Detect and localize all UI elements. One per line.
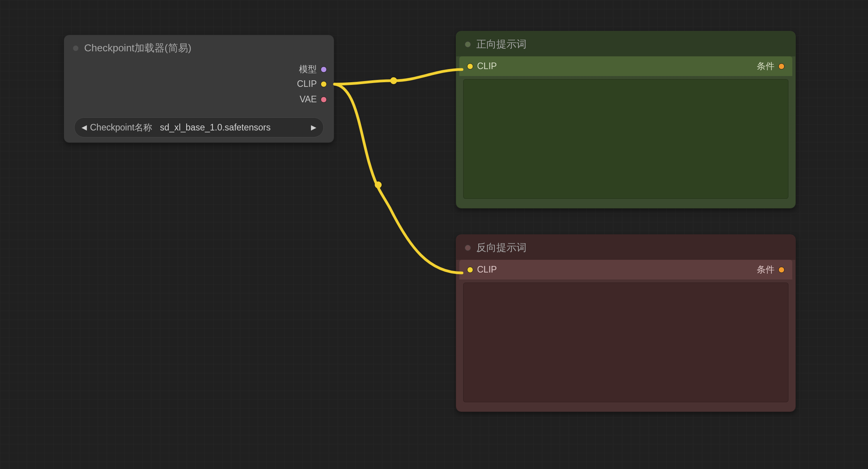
port-clip-icon[interactable] [467, 267, 473, 273]
port-model-icon[interactable] [321, 66, 327, 73]
output-conditioning-label: 条件 [757, 264, 775, 276]
wire-reroute-icon[interactable] [389, 76, 398, 85]
checkpoint-select-label: Checkpoint名称 [90, 122, 152, 134]
node-canvas[interactable]: Checkpoint加载器(简易) 模型 CLIP VAE ◀ Checkpoi… [0, 0, 868, 469]
output-conditioning-row[interactable]: 条件 [757, 264, 785, 276]
input-clip-row[interactable]: CLIP [467, 61, 497, 71]
node-checkpoint-loader[interactable]: Checkpoint加载器(简易) 模型 CLIP VAE ◀ Checkpoi… [64, 35, 334, 143]
port-clip-icon[interactable] [321, 81, 327, 87]
output-model-label: 模型 [299, 63, 317, 75]
io-row: CLIP 条件 [459, 260, 792, 279]
node-title: Checkpoint加载器(简易) [84, 41, 191, 55]
node-header[interactable]: 反向提示词 [456, 235, 795, 260]
output-clip-row[interactable]: CLIP [297, 79, 327, 89]
output-model-row[interactable]: 模型 [299, 63, 327, 75]
node-positive-prompt[interactable]: 正向提示词 CLIP 条件 [456, 31, 796, 208]
node-title: 正向提示词 [476, 37, 527, 51]
wire-reroute-icon[interactable] [374, 181, 382, 189]
node-negative-prompt[interactable]: 反向提示词 CLIP 条件 [456, 234, 796, 412]
output-vae-label: VAE [300, 94, 317, 105]
negative-prompt-input[interactable] [463, 283, 788, 402]
output-conditioning-row[interactable]: 条件 [757, 60, 785, 72]
port-clip-icon[interactable] [467, 63, 473, 69]
output-clip-label: CLIP [297, 79, 317, 89]
node-title: 反向提示词 [476, 241, 527, 254]
collapse-toggle-icon[interactable] [465, 245, 471, 251]
output-conditioning-label: 条件 [757, 60, 775, 72]
node-header[interactable]: 正向提示词 [456, 31, 795, 56]
chevron-left-icon[interactable]: ◀ [82, 123, 87, 132]
checkpoint-select-value: sd_xl_base_1.0.safetensors [160, 122, 311, 133]
port-conditioning-icon[interactable] [778, 63, 785, 69]
input-clip-label: CLIP [477, 264, 497, 275]
chevron-right-icon[interactable]: ▶ [311, 123, 316, 132]
port-vae-icon[interactable] [321, 97, 327, 103]
collapse-toggle-icon[interactable] [73, 45, 79, 51]
input-clip-label: CLIP [477, 61, 497, 71]
port-conditioning-icon[interactable] [778, 267, 785, 273]
checkpoint-select[interactable]: ◀ Checkpoint名称 sd_xl_base_1.0.safetensor… [74, 117, 324, 137]
io-row: CLIP 条件 [459, 56, 792, 76]
positive-prompt-input[interactable] [463, 79, 788, 199]
collapse-toggle-icon[interactable] [465, 41, 471, 47]
output-vae-row[interactable]: VAE [300, 94, 327, 105]
node-header[interactable]: Checkpoint加载器(简易) [64, 35, 334, 60]
input-clip-row[interactable]: CLIP [467, 264, 497, 275]
